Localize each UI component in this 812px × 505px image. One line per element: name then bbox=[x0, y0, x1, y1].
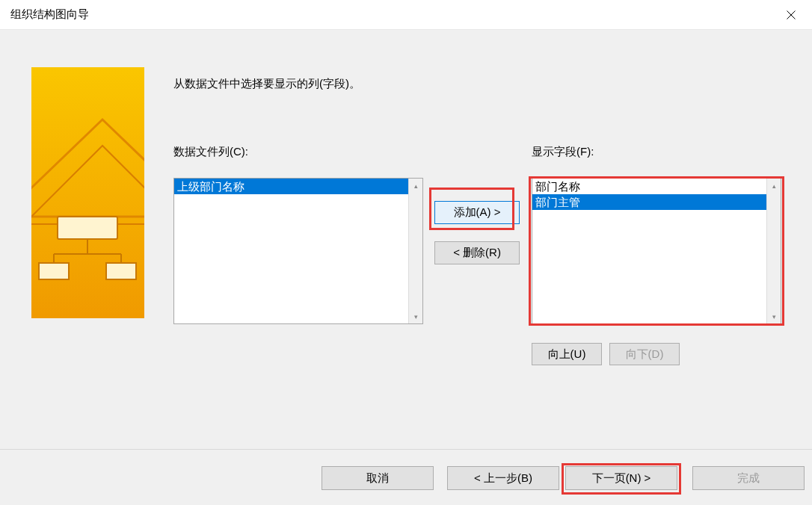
close-button[interactable] bbox=[770, 0, 812, 30]
svg-rect-11 bbox=[106, 263, 136, 279]
next-button[interactable]: 下一页(N) > bbox=[565, 466, 677, 490]
move-down-button[interactable]: 向下(D) bbox=[609, 343, 680, 365]
svg-rect-2 bbox=[31, 67, 144, 318]
list-item[interactable]: 部门主管 bbox=[532, 194, 781, 210]
finish-button[interactable]: 完成 bbox=[692, 466, 805, 490]
dialog-title: 组织结构图向导 bbox=[10, 7, 89, 22]
list-item[interactable]: 上级部门名称 bbox=[174, 179, 422, 194]
title-bar: 组织结构图向导 bbox=[0, 0, 812, 30]
dialog-footer: 取消 < 上一步(B) 下一页(N) > 完成 bbox=[0, 449, 812, 505]
add-button[interactable]: 添加(A) > bbox=[434, 201, 520, 224]
scroll-up-icon[interactable]: ▴ bbox=[767, 179, 781, 193]
scroll-down-icon[interactable]: ▾ bbox=[409, 309, 423, 323]
list-item[interactable]: 部门名称 bbox=[532, 179, 781, 194]
scrollbar[interactable]: ▴ ▾ bbox=[408, 179, 422, 323]
cancel-button[interactable]: 取消 bbox=[322, 466, 434, 490]
scrollbar[interactable]: ▴ ▾ bbox=[766, 179, 781, 323]
wizard-illustration bbox=[31, 67, 144, 318]
scroll-down-icon[interactable]: ▾ bbox=[767, 309, 781, 323]
svg-rect-10 bbox=[39, 263, 69, 279]
close-icon bbox=[787, 10, 796, 19]
instruction-text: 从数据文件中选择要显示的列(字段)。 bbox=[173, 77, 360, 91]
wizard-dialog: 组织结构图向导 bbox=[0, 0, 812, 505]
display-fields-label: 显示字段(F): bbox=[532, 145, 594, 159]
back-button[interactable]: < 上一步(B) bbox=[447, 466, 559, 490]
data-columns-listbox[interactable]: 上级部门名称 ▴ ▾ bbox=[173, 178, 423, 324]
svg-rect-5 bbox=[58, 217, 117, 239]
move-up-button[interactable]: 向上(U) bbox=[532, 343, 602, 365]
display-fields-listbox[interactable]: 部门名称 部门主管 ▴ ▾ bbox=[532, 178, 781, 324]
data-columns-label: 数据文件列(C): bbox=[173, 145, 248, 159]
scroll-up-icon[interactable]: ▴ bbox=[409, 179, 423, 193]
content-area: 从数据文件中选择要显示的列(字段)。 数据文件列(C): 显示字段(F): 上级… bbox=[0, 30, 812, 449]
remove-button[interactable]: < 删除(R) bbox=[434, 241, 520, 264]
